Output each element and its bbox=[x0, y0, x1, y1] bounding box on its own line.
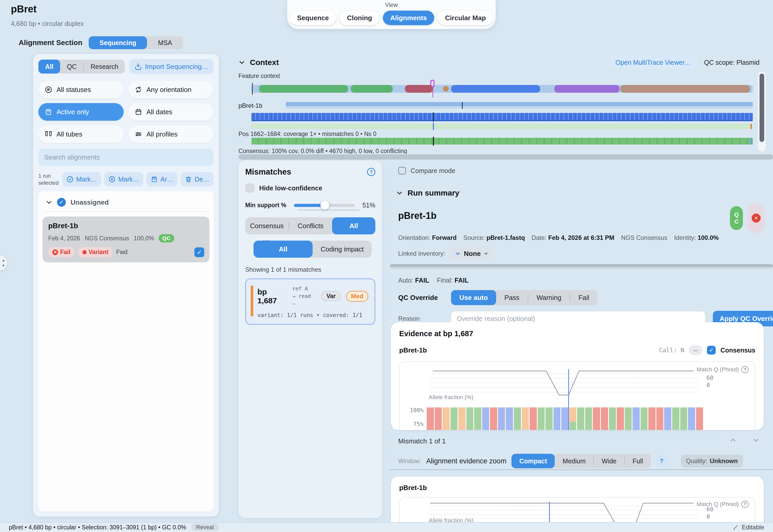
mismatch-card[interactable]: bp 1,687 ref A → read – Var Med variant:… bbox=[245, 278, 375, 325]
view-tab-alignments[interactable]: Alignments bbox=[383, 11, 434, 25]
position-cursor bbox=[433, 123, 434, 130]
tubes-icon bbox=[45, 130, 52, 138]
window-wide[interactable]: Wide bbox=[594, 454, 624, 468]
read-track-label: pBret-1b bbox=[239, 102, 262, 109]
alignment-section-row: Alignment Section Sequencing MSA bbox=[19, 36, 183, 49]
mark-fail-button[interactable]: Mark… bbox=[104, 172, 143, 186]
filter-all-statuses[interactable]: All statuses bbox=[38, 81, 124, 98]
tab-all-mismatches[interactable]: All bbox=[332, 217, 375, 234]
view-tab-sequence[interactable]: Sequence bbox=[290, 11, 336, 25]
feature-segment bbox=[451, 85, 540, 93]
tab-conflicts[interactable]: Conflicts bbox=[289, 217, 332, 234]
scope-tab-all[interactable]: All bbox=[38, 60, 60, 74]
consensus-info-line: Consensus: 100% cov, 0.0% diff • 4670 hi… bbox=[239, 148, 407, 154]
horizontal-divider[interactable] bbox=[239, 154, 773, 160]
tab-impact-all[interactable]: All bbox=[254, 241, 313, 258]
search-input[interactable] bbox=[38, 149, 214, 166]
filter-all-tubes[interactable]: All tubes bbox=[38, 125, 124, 143]
view-tab-cloning[interactable]: Cloning bbox=[340, 11, 379, 25]
scope-tab-research[interactable]: Research bbox=[84, 60, 125, 74]
window-full[interactable]: Full bbox=[625, 454, 651, 468]
selection-count: 1 run selected bbox=[38, 172, 59, 186]
view-switcher: View Sequence Cloning Alignments Circula… bbox=[287, 0, 496, 29]
override-use-auto[interactable]: Use auto bbox=[451, 290, 496, 305]
mismatch-detail-line: variant: 1/1 runs • covered: 1/1 bbox=[258, 312, 368, 318]
filter-active-only[interactable]: Active only bbox=[38, 103, 124, 121]
previous-mismatch-button[interactable] bbox=[724, 434, 742, 446]
help-icon[interactable]: ? bbox=[656, 455, 668, 467]
view-tab-circular-map[interactable]: Circular Map bbox=[438, 11, 493, 25]
next-mismatch-button[interactable] bbox=[747, 434, 765, 446]
feature-segment bbox=[351, 85, 393, 93]
chevron-down-icon bbox=[46, 199, 52, 206]
track-origin-tick bbox=[252, 83, 253, 95]
selection-actions-row: 1 run selected Mark… Mark… Ar… De… bbox=[38, 172, 214, 186]
open-multitrace-viewer-button[interactable]: Open MultiTrace Viewer… bbox=[610, 56, 697, 69]
scrollbar-thumb[interactable] bbox=[760, 74, 764, 142]
run-checkbox[interactable]: ✓ bbox=[195, 247, 204, 257]
mark-fail-label: Mark… bbox=[118, 176, 139, 183]
edge-drag-handle[interactable] bbox=[0, 255, 8, 271]
mark-pass-button[interactable]: Mark… bbox=[62, 172, 101, 186]
window-label: Window: bbox=[398, 458, 421, 465]
filter-label: All dates bbox=[146, 108, 172, 116]
tab-coding-impact[interactable]: Coding impact bbox=[313, 241, 372, 258]
group-header-unassigned[interactable]: ✓ Unassigned bbox=[42, 195, 210, 212]
fail-status-button[interactable]: ✕ bbox=[748, 203, 765, 233]
chevron-down-icon[interactable] bbox=[239, 59, 245, 66]
filter-label: All statuses bbox=[56, 86, 91, 94]
collapse-button[interactable]: – bbox=[689, 345, 702, 355]
group-check-icon[interactable]: ✓ bbox=[57, 198, 66, 207]
slider-knob[interactable] bbox=[320, 201, 329, 210]
chevron-down-icon[interactable] bbox=[396, 190, 403, 196]
delete-label: De… bbox=[195, 176, 210, 183]
help-icon[interactable]: ? bbox=[741, 501, 749, 508]
run-date: Feb 4, 2026 bbox=[48, 235, 80, 242]
mismatches-panel: Mismatches ? Hide low-confidence Min sup… bbox=[239, 161, 382, 518]
run-name: pBret-1b bbox=[48, 222, 204, 230]
filter-any-orientation[interactable]: Any orientation bbox=[128, 81, 214, 98]
reveal-button[interactable]: Reveal bbox=[191, 523, 218, 531]
window-compact[interactable]: Compact bbox=[511, 454, 555, 468]
tab-consensus-diffs[interactable]: Consensus diffs bbox=[245, 217, 289, 234]
allele-axis-ticks: 100% 75% 50% 25% bbox=[403, 403, 424, 430]
override-fail[interactable]: Fail bbox=[570, 290, 598, 305]
help-icon[interactable]: ? bbox=[367, 168, 375, 176]
min-support-label: Min support % bbox=[245, 202, 286, 209]
tab-sequencing[interactable]: Sequencing bbox=[89, 36, 147, 49]
override-warning[interactable]: Warning bbox=[528, 290, 570, 305]
allele-bar bbox=[506, 407, 513, 430]
filter-all-dates[interactable]: All dates bbox=[128, 103, 214, 121]
delete-button[interactable]: De… bbox=[181, 172, 214, 186]
alignment-viewer-app: pBret 4,680 bp • circular duplex View Se… bbox=[0, 0, 773, 532]
horizontal-scrollbar[interactable] bbox=[390, 264, 773, 269]
context-scrollbar[interactable] bbox=[758, 71, 766, 151]
archive-button[interactable]: Ar… bbox=[146, 172, 177, 186]
allele-bar bbox=[656, 407, 664, 430]
hide-low-confidence-checkbox[interactable] bbox=[245, 183, 255, 193]
help-icon[interactable]: ? bbox=[741, 366, 749, 373]
window-medium[interactable]: Medium bbox=[555, 454, 594, 468]
import-sequencing-button[interactable]: Import Sequencing… bbox=[129, 59, 214, 74]
allele-bar bbox=[648, 407, 656, 430]
allele-fraction-label: Allele fraction (%) bbox=[429, 394, 473, 401]
consensus-checkbox[interactable]: ✓ bbox=[707, 346, 716, 355]
run-card-pbret-1b[interactable]: pBret-1b Feb 4, 2026 NGS Consensus 100.0… bbox=[42, 217, 210, 262]
evidence-chart[interactable]: Match Q (Phred)? 60 0 Allele fraction (%… bbox=[399, 361, 755, 430]
reads-coverage-bar[interactable] bbox=[252, 113, 753, 121]
filter-all-profiles[interactable]: All profiles bbox=[128, 125, 214, 143]
import-sequencing-label: Import Sequencing… bbox=[145, 63, 209, 71]
alignment-section-label: Alignment Section bbox=[19, 39, 82, 47]
linked-inventory-dropdown[interactable]: None bbox=[450, 247, 493, 261]
qc-override-label: QC Override bbox=[398, 294, 451, 302]
editable-label: Editable bbox=[742, 524, 764, 531]
scope-tab-qc[interactable]: QC bbox=[60, 60, 83, 74]
feature-context-track[interactable] bbox=[252, 85, 753, 93]
read-span-bar[interactable] bbox=[286, 102, 753, 109]
tab-msa[interactable]: MSA bbox=[147, 36, 183, 49]
compare-mode-checkbox[interactable] bbox=[398, 167, 406, 175]
feature-segment bbox=[259, 85, 348, 93]
min-support-slider[interactable] bbox=[294, 204, 355, 207]
override-pass[interactable]: Pass bbox=[496, 290, 528, 305]
allele-bar bbox=[482, 407, 489, 430]
